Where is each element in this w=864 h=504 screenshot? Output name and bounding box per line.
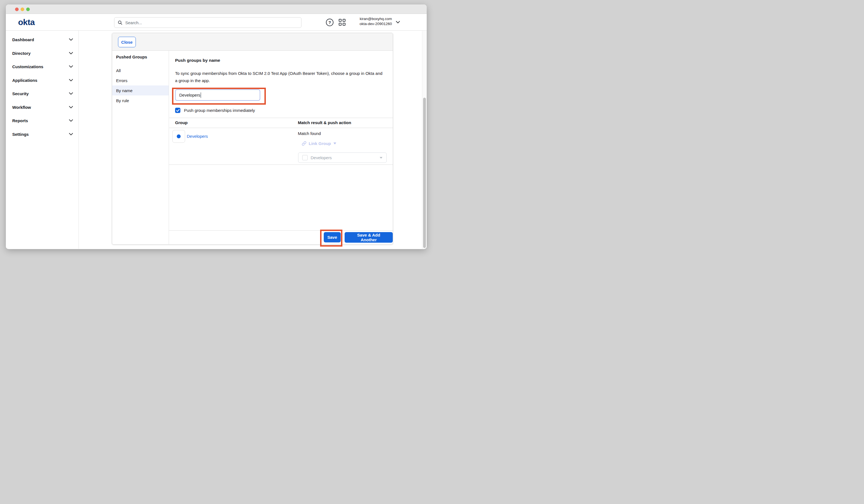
chevron-down-icon — [69, 38, 73, 41]
group-name-input[interactable]: Developers — [175, 89, 260, 101]
close-button[interactable]: Close — [118, 37, 136, 47]
chevron-down-icon — [69, 52, 73, 54]
sidebar-item-settings[interactable]: Settings — [12, 130, 73, 138]
group-name-link[interactable]: Developers — [187, 134, 208, 139]
pushed-groups-nav: Pushed Groups All Errors By name By rule — [112, 51, 169, 244]
sidebar-item-security[interactable]: Security — [12, 89, 73, 98]
sidebar: Dashboard Directory Customizations Appli… — [6, 31, 79, 249]
link-group-label: Link Group — [309, 141, 331, 146]
help-icon[interactable]: ? — [326, 19, 334, 26]
vertical-scrollbar-thumb[interactable] — [423, 98, 426, 248]
chevron-down-icon — [69, 133, 73, 135]
form-title: Push groups by name — [175, 58, 220, 63]
app-body: Dashboard Directory Customizations Appli… — [6, 31, 427, 249]
search-icon — [118, 20, 122, 25]
text-caret — [201, 92, 201, 98]
window-close-button[interactable] — [15, 8, 19, 11]
pushed-groups-title: Pushed Groups — [116, 55, 147, 59]
browser-window: okta ? kiran@boxyhq.com okta-dev-2090126… — [6, 4, 427, 249]
link-group-dropdown[interactable]: Link Group — [302, 141, 336, 146]
window-minimize-button[interactable] — [21, 8, 24, 11]
sidebar-item-directory[interactable]: Directory — [12, 49, 73, 57]
save-button[interactable]: Save — [324, 232, 341, 242]
account-org: okta-dev-20901260 — [360, 22, 392, 26]
link-icon — [302, 141, 307, 146]
check-icon — [176, 109, 180, 112]
match-status: Match found — [298, 131, 321, 136]
sidebar-item-customizations[interactable]: Customizations — [12, 62, 73, 71]
column-header-match: Match result & push action — [298, 120, 351, 125]
window-zoom-button[interactable] — [26, 8, 30, 11]
window-titlebar — [6, 4, 427, 14]
main-content: Close Pushed Groups All Errors By name B… — [79, 31, 427, 249]
sidebar-item-applications[interactable]: Applications — [12, 76, 73, 84]
table-row-divider — [169, 165, 393, 165]
app-header: okta ? kiran@boxyhq.com okta-dev-2090126… — [6, 14, 427, 31]
sidebar-item-reports[interactable]: Reports — [12, 116, 73, 125]
chevron-down-icon[interactable] — [396, 21, 400, 23]
table-top-divider — [169, 118, 393, 118]
vertical-scrollbar-track — [422, 31, 427, 249]
nav-item-by-rule[interactable]: By rule — [112, 95, 169, 106]
search-input[interactable] — [125, 20, 298, 25]
push-immediately-label: Push group memberships immediately — [184, 108, 255, 113]
select-arrow-icon — [380, 157, 382, 159]
app-group-value: Developers — [311, 155, 380, 160]
footer-divider — [169, 230, 393, 231]
apps-grid-icon[interactable] — [339, 19, 346, 26]
chevron-down-icon — [69, 65, 73, 68]
nav-item-errors[interactable]: Errors — [112, 75, 169, 85]
push-groups-dialog: Close Pushed Groups All Errors By name B… — [112, 33, 393, 244]
account-email: kiran@boxyhq.com — [360, 16, 392, 22]
sidebar-item-workflow[interactable]: Workflow — [12, 103, 73, 111]
chevron-down-icon — [69, 119, 73, 122]
chevron-down-icon — [69, 92, 73, 95]
okta-logo: okta — [18, 17, 35, 27]
nav-item-all[interactable]: All — [112, 65, 169, 75]
push-immediately-checkbox[interactable] — [175, 108, 180, 113]
column-header-group: Group — [175, 120, 188, 125]
app-group-icon — [302, 155, 308, 160]
push-by-name-form: Push groups by name To sync group member… — [169, 51, 393, 244]
chevron-down-icon — [69, 106, 73, 108]
group-icon — [177, 134, 181, 138]
chevron-down-icon — [334, 143, 336, 144]
app-group-select[interactable]: Developers — [298, 153, 387, 163]
group-avatar — [172, 130, 185, 143]
save-and-add-another-button[interactable]: Save & Add Another — [345, 232, 393, 243]
dialog-toolbar: Close — [112, 33, 393, 51]
global-search[interactable] — [114, 17, 301, 28]
chevron-down-icon — [69, 79, 73, 81]
highlight-box-input: Developers — [172, 88, 266, 105]
form-description: To sync group memberships from Okta to S… — [175, 70, 383, 84]
highlight-box-save: Save — [320, 230, 343, 247]
nav-item-by-name[interactable]: By name — [112, 85, 169, 95]
group-name-value: Developers — [179, 93, 201, 97]
sidebar-item-dashboard[interactable]: Dashboard — [12, 35, 73, 44]
account-menu[interactable]: kiran@boxyhq.com okta-dev-20901260 — [360, 16, 392, 26]
